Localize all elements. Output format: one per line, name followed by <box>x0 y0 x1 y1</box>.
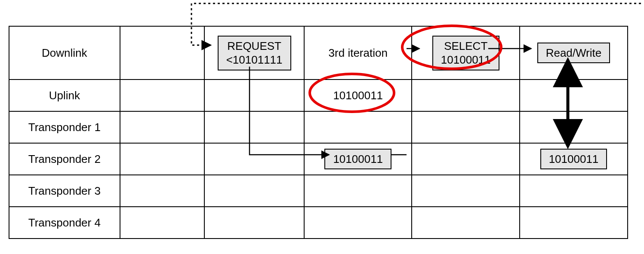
request-label: REQUEST <box>227 40 281 52</box>
readwrite-box: Read/Write <box>537 43 610 64</box>
select-value: 10100011 <box>441 53 491 66</box>
select-label: SELECT <box>444 40 487 52</box>
iteration-table: Downlink REQUEST <10101111 3rd iteration… <box>9 26 628 239</box>
t2-collision-value: 10100011 <box>333 153 383 165</box>
row-label-t2: Transponder 2 <box>9 143 120 175</box>
t2-collision-value-box: 10100011 <box>324 149 391 170</box>
row-label-t4: Transponder 4 <box>9 207 120 239</box>
uplink-value: 10100011 <box>333 89 383 102</box>
row-label-downlink: Downlink <box>9 26 120 80</box>
row-label-uplink: Uplink <box>9 80 120 111</box>
row-label-t1: Transponder 1 <box>9 111 120 143</box>
row-label-t3: Transponder 3 <box>9 175 120 207</box>
readwrite-label: Read/Write <box>546 46 602 59</box>
t2-readwrite-value: 10100011 <box>549 153 599 165</box>
iteration-label: 3rd iteration <box>329 46 388 59</box>
t2-readwrite-value-box: 10100011 <box>540 149 607 170</box>
select-box: SELECT 10100011 <box>432 36 499 70</box>
request-value: <10101111 <box>226 53 283 66</box>
request-box: REQUEST <10101111 <box>218 36 291 70</box>
